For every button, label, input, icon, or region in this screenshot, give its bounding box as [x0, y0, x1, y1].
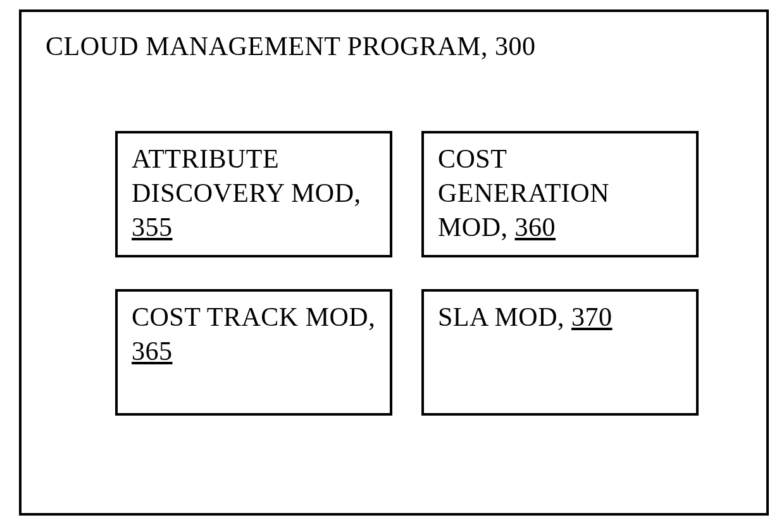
- program-title: CLOUD MANAGEMENT PROGRAM, 300: [46, 31, 742, 61]
- module-grid: ATTRIBUTE DISCOVERY MOD, 355 COST GENERA…: [115, 131, 742, 416]
- module-row-2: COST TRACK MOD, 365 SLA MOD, 370: [115, 289, 742, 416]
- module-reference: 370: [571, 302, 613, 331]
- program-container: CLOUD MANAGEMENT PROGRAM, 300 ATTRIBUTE …: [19, 9, 769, 516]
- module-cost-generation: COST GENERATION MOD, 360: [421, 131, 699, 257]
- module-attribute-discovery: ATTRIBUTE DISCOVERY MOD, 355: [115, 131, 392, 257]
- module-label: ATTRIBUTE DISCOVERY MOD,: [132, 144, 361, 207]
- module-label: SLA MOD,: [438, 302, 571, 331]
- module-cost-track: COST TRACK MOD, 365: [115, 289, 392, 416]
- module-row-1: ATTRIBUTE DISCOVERY MOD, 355 COST GENERA…: [115, 131, 742, 257]
- module-reference: 355: [132, 213, 173, 242]
- module-reference: 360: [515, 213, 556, 242]
- module-sla: SLA MOD, 370: [421, 289, 699, 416]
- module-reference: 365: [132, 337, 173, 366]
- module-label: COST TRACK MOD,: [132, 302, 375, 331]
